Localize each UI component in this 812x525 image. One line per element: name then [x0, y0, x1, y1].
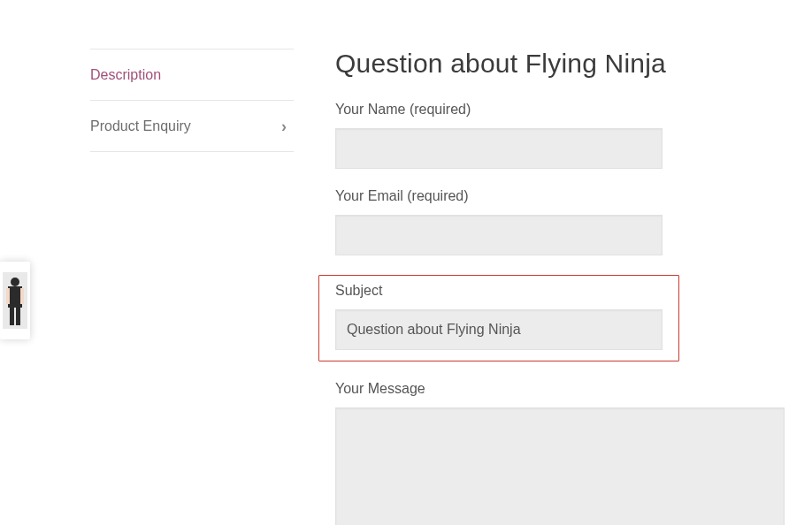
name-label: Your Name (required) [335, 102, 787, 118]
prev-product-thumb[interactable] [0, 262, 30, 339]
email-label: Your Email (required) [335, 188, 787, 204]
field-subject: Subject [318, 275, 679, 361]
field-name: Your Name (required) [335, 102, 787, 169]
chevron-right-icon: › [281, 118, 292, 134]
email-input[interactable] [335, 215, 663, 255]
svg-rect-2 [8, 286, 22, 308]
svg-rect-5 [10, 308, 14, 325]
tab-label: Product Enquiry [90, 118, 191, 134]
tab-description[interactable]: Description [90, 49, 294, 101]
tab-product-enquiry[interactable]: Product Enquiry › [90, 101, 294, 152]
svg-rect-3 [6, 288, 10, 304]
subject-label: Subject [335, 283, 663, 299]
name-input[interactable] [335, 128, 663, 169]
message-label: Your Message [335, 381, 787, 397]
field-email: Your Email (required) [335, 188, 787, 255]
subject-input[interactable] [335, 309, 663, 350]
tab-label: Description [90, 67, 161, 83]
svg-rect-4 [20, 288, 24, 304]
product-tabs-sidebar: Description Product Enquiry › [90, 49, 294, 152]
svg-rect-6 [16, 308, 20, 325]
form-heading: Question about Flying Ninja [335, 49, 787, 79]
field-message: Your Message [335, 381, 787, 525]
enquiry-form: Question about Flying Ninja Your Name (r… [335, 49, 787, 525]
product-thumbnail-icon [3, 272, 27, 329]
message-textarea[interactable] [335, 407, 785, 525]
svg-rect-1 [11, 278, 19, 286]
